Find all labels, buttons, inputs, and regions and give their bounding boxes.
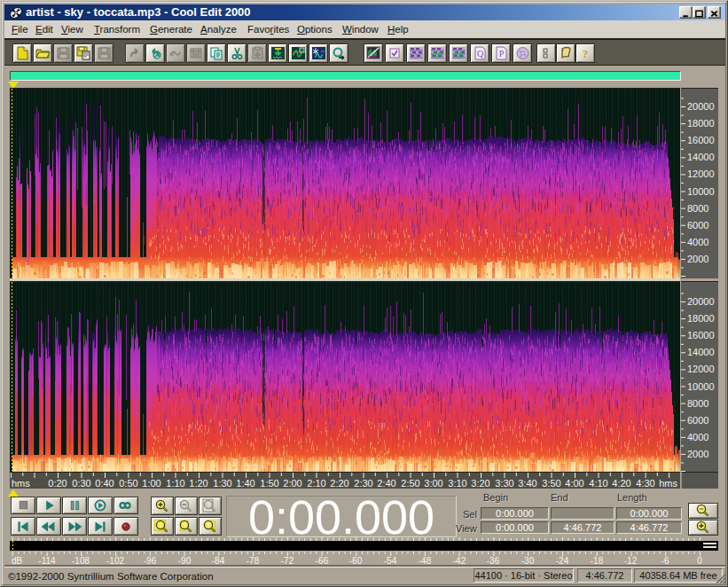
svg-text:P: P [498,49,504,59]
svg-text:?: ? [582,47,588,60]
svg-text:Q: Q [476,49,483,59]
